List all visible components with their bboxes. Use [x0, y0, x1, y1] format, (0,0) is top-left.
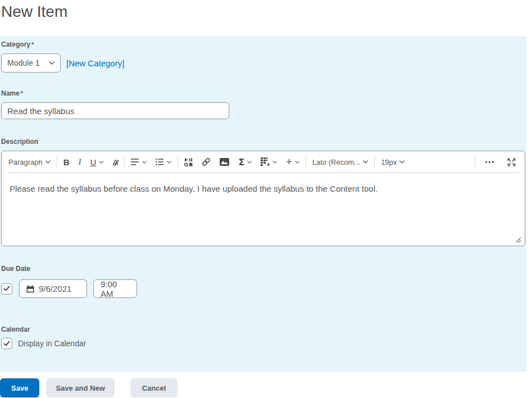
cancel-button[interactable]: Cancel — [130, 378, 178, 397]
toolbar-divider — [178, 155, 178, 169]
more-actions-button[interactable]: ••• — [477, 155, 503, 169]
insert-link-button[interactable] — [197, 155, 215, 169]
chevron-down-icon — [99, 161, 103, 164]
category-select[interactable]: Module 1 — [1, 53, 61, 73]
chevron-down-icon — [49, 61, 54, 65]
name-input[interactable] — [1, 102, 229, 119]
paragraph-format-select[interactable]: Paragraph — [4, 155, 55, 169]
font-size-value: 19px — [381, 158, 397, 166]
save-button[interactable]: Save — [0, 378, 39, 397]
due-date-checkbox[interactable] — [1, 283, 12, 295]
display-in-calendar-label: Display in Calendar — [18, 339, 86, 348]
fullscreen-icon — [507, 158, 516, 166]
italic-icon: I — [79, 157, 81, 167]
image-icon — [220, 158, 229, 166]
editor-toolbar: Paragraph B I U A — [2, 151, 525, 173]
save-and-new-button[interactable]: Save and New — [46, 378, 114, 397]
toolbar-divider — [57, 155, 57, 169]
font-color-icon: A — [112, 157, 118, 167]
category-label: Category* — [1, 40, 526, 48]
equation-button[interactable]: Σ — [234, 155, 256, 169]
calendar-label: Calendar — [1, 325, 526, 333]
table-icon — [261, 157, 270, 166]
required-marker: * — [31, 41, 34, 48]
ellipsis-icon: ••• — [485, 159, 495, 165]
editor-resize-handle[interactable] — [515, 237, 521, 243]
insert-table-button[interactable] — [256, 155, 281, 169]
due-date-value: 9/6/2021 — [39, 284, 71, 293]
calendar-icon — [26, 285, 34, 293]
due-time-value: 9:00 AM — [101, 279, 130, 298]
more-insert-button[interactable]: + — [281, 155, 304, 169]
chevron-down-icon — [399, 160, 404, 164]
fullscreen-button[interactable] — [503, 155, 520, 169]
underline-button[interactable]: U — [86, 155, 108, 169]
align-left-icon — [131, 159, 139, 165]
chevron-down-icon — [295, 161, 299, 164]
font-family-select[interactable]: Lato (Recom... — [308, 155, 372, 169]
new-item-form-panel: Category* Module 1 [New Category] Name* … — [0, 36, 526, 372]
page-title: New Item — [1, 3, 532, 21]
underline-icon: U — [90, 157, 97, 167]
description-label: Description — [1, 138, 526, 146]
checkmark-icon — [3, 286, 10, 292]
font-color-button[interactable]: A — [108, 155, 122, 169]
insert-image-button[interactable] — [215, 155, 234, 169]
plus-icon: + — [286, 156, 292, 168]
bold-icon: B — [63, 157, 70, 167]
chevron-down-icon — [363, 160, 368, 164]
chevron-down-icon — [167, 161, 171, 164]
sigma-icon: Σ — [238, 157, 244, 168]
action-button-row: Save Save and New Cancel — [0, 378, 532, 397]
toolbar-divider — [124, 155, 125, 169]
category-label-text: Category — [1, 40, 30, 48]
toolbar-divider — [475, 155, 475, 169]
display-in-calendar-checkbox[interactable] — [1, 338, 12, 349]
link-icon — [202, 157, 211, 166]
due-date-input[interactable]: 9/6/2021 — [19, 279, 87, 298]
rich-text-editor: Paragraph B I U A — [1, 151, 525, 246]
name-label: Name* — [1, 89, 526, 97]
category-selected-value: Module 1 — [7, 58, 40, 67]
toolbar-divider — [374, 155, 375, 169]
new-category-link[interactable]: [New Category] — [66, 58, 124, 68]
paragraph-format-value: Paragraph — [8, 158, 43, 166]
insert-stuff-button[interactable] — [180, 155, 197, 169]
chevron-down-icon — [247, 161, 252, 164]
bold-button[interactable]: B — [59, 155, 74, 169]
name-label-text: Name — [1, 89, 20, 97]
chevron-down-icon — [142, 161, 147, 164]
checkmark-icon — [3, 341, 10, 347]
insert-stuff-icon — [184, 158, 193, 166]
chevron-down-icon — [46, 160, 51, 164]
bullet-list-icon — [156, 159, 164, 165]
description-editor-content[interactable]: Please read the syllabus before class on… — [2, 173, 525, 205]
italic-button[interactable]: I — [74, 155, 86, 169]
align-button[interactable] — [126, 155, 151, 169]
due-time-input[interactable]: 9:00 AM — [93, 279, 137, 298]
required-marker: * — [21, 90, 23, 97]
chevron-down-icon — [272, 161, 277, 164]
font-family-value: Lato (Recom... — [312, 158, 360, 166]
toolbar-divider — [306, 155, 306, 169]
bullet-list-button[interactable] — [151, 155, 176, 169]
due-date-label: Due Date — [1, 265, 526, 273]
font-size-select[interactable]: 19px — [376, 155, 409, 169]
